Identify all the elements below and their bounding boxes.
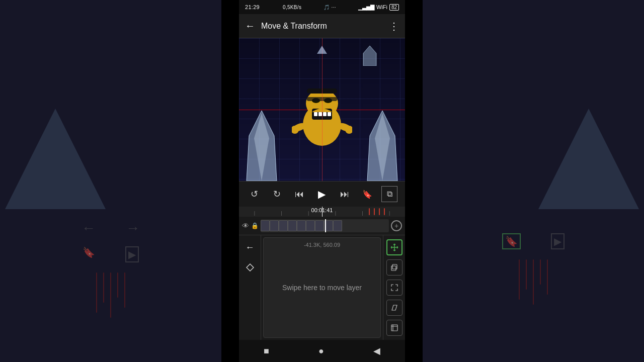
- back-button[interactable]: ←: [245, 20, 255, 32]
- frame-thumb: [279, 220, 288, 231]
- play-side-icon: ▶: [125, 246, 139, 262]
- phone-frame: 21:29 0,5KB/s 🎵 ··· ▁▃▅▇ WiFi 82 ← Move …: [239, 0, 405, 362]
- move-tool-button[interactable]: [386, 239, 403, 255]
- expand-button[interactable]: [386, 280, 403, 296]
- battery-level: 82: [391, 5, 397, 10]
- signal-icon: ▁▃▅▇: [358, 4, 374, 11]
- right-side-icons: 🔖 ▶: [502, 233, 565, 249]
- track-area: 👁 🔒 +: [239, 217, 405, 235]
- back-transform-button[interactable]: ←: [242, 239, 258, 255]
- frame-thumb: [333, 220, 342, 231]
- status-right-icons: ▁▃▅▇ WiFi 82: [358, 4, 399, 11]
- transform-right-toolbar: [383, 235, 405, 340]
- status-data: 0,5KB/s: [283, 5, 301, 10]
- frame-thumb: [297, 220, 306, 231]
- bookmark-side-icon: 🔖: [83, 246, 95, 262]
- preview-area: [239, 38, 405, 181]
- right-side-content: 🔖 ▶: [423, 0, 644, 362]
- timeline-red-markers: [369, 207, 385, 217]
- left-timeline-lines: [96, 273, 125, 318]
- skip-forward-button[interactable]: ⏭: [337, 186, 353, 202]
- time-ruler: | | | | | | 00:01:41: [239, 207, 405, 217]
- transform-panel: ← -41.3K, 560.09 Swipe here to move laye…: [239, 235, 405, 340]
- left-side-arrows: ← →: [82, 220, 140, 236]
- keyframe-button[interactable]: [242, 259, 258, 276]
- android-home-button[interactable]: ●: [318, 346, 324, 356]
- left-arrow-icon: ←: [82, 220, 96, 236]
- status-time: 21:29: [245, 4, 260, 10]
- left-side-icons: 🔖 ▶: [83, 246, 139, 262]
- undo-button[interactable]: ↺: [246, 186, 262, 202]
- preview-canvas: [239, 38, 405, 181]
- duplicate-layer-button[interactable]: [386, 259, 403, 276]
- playback-controls: ↺ ↻ ⏮ ▶ ⏭ 🔖 ⧉: [239, 182, 405, 207]
- frame-thumb: [270, 220, 279, 231]
- frame-thumb: [288, 220, 297, 231]
- swipe-hint-text: Swipe here to move layer: [282, 284, 362, 292]
- svg-rect-21: [392, 264, 397, 269]
- frame-thumb: [306, 220, 315, 231]
- top-bar: ← Move & Transform ⋮: [239, 14, 405, 38]
- transform-coords: -41.3K, 560.09: [264, 242, 380, 248]
- status-icons: 🎵 ···: [324, 5, 336, 10]
- svg-rect-23: [391, 325, 397, 331]
- svg-rect-11: [314, 112, 317, 116]
- wifi-icon: WiFi: [376, 4, 387, 10]
- page-title: Move & Transform: [261, 22, 389, 31]
- android-stop-button[interactable]: ■: [264, 346, 269, 356]
- export-button[interactable]: ⧉: [381, 186, 397, 202]
- add-track-button[interactable]: +: [391, 220, 402, 231]
- skip-back-button[interactable]: ⏮: [291, 186, 307, 202]
- nav-bar: ■ ● ◀: [239, 340, 405, 362]
- android-back-button[interactable]: ◀: [373, 345, 380, 356]
- play-button[interactable]: ▶: [314, 186, 330, 202]
- playhead-line: [322, 207, 323, 217]
- frame-thumb: [261, 220, 270, 231]
- crosshair-vertical: [322, 38, 323, 181]
- timeline: ↺ ↻ ⏮ ▶ ⏭ 🔖 ⧉ | | | | | | 00:01:41: [239, 181, 405, 235]
- eye-icon[interactable]: 👁: [242, 222, 249, 230]
- svg-rect-13: [323, 112, 327, 116]
- left-side-content: ← → 🔖 ▶: [0, 0, 221, 362]
- play-right-icon: ▶: [551, 233, 565, 249]
- crop-button[interactable]: [386, 320, 403, 336]
- track-playhead: [325, 219, 326, 232]
- status-bar: 21:29 0,5KB/s 🎵 ··· ▁▃▅▇ WiFi 82: [239, 0, 405, 14]
- svg-rect-22: [391, 266, 396, 270]
- svg-marker-20: [317, 46, 327, 54]
- svg-rect-14: [328, 112, 331, 116]
- frame-thumb: [315, 220, 324, 231]
- battery-icon: 82: [389, 4, 399, 11]
- transform-swipe-area[interactable]: -41.3K, 560.09 Swipe here to move layer: [263, 237, 381, 338]
- lock-icon[interactable]: 🔒: [251, 222, 259, 229]
- frame-thumbnails: [261, 219, 342, 232]
- menu-button[interactable]: ⋮: [389, 20, 399, 32]
- skew-button[interactable]: [386, 300, 403, 316]
- bookmark-right-icon: 🔖: [502, 233, 521, 249]
- transform-left-toolbar: ←: [239, 235, 261, 340]
- track-frames: [261, 219, 389, 232]
- right-timeline-lines: [519, 259, 548, 305]
- redo-button[interactable]: ↻: [269, 186, 285, 202]
- svg-rect-12: [318, 112, 322, 116]
- top-arrow-indicator: [317, 46, 327, 56]
- bookmark-button[interactable]: 🔖: [359, 186, 375, 202]
- right-arrow-icon: →: [126, 220, 140, 236]
